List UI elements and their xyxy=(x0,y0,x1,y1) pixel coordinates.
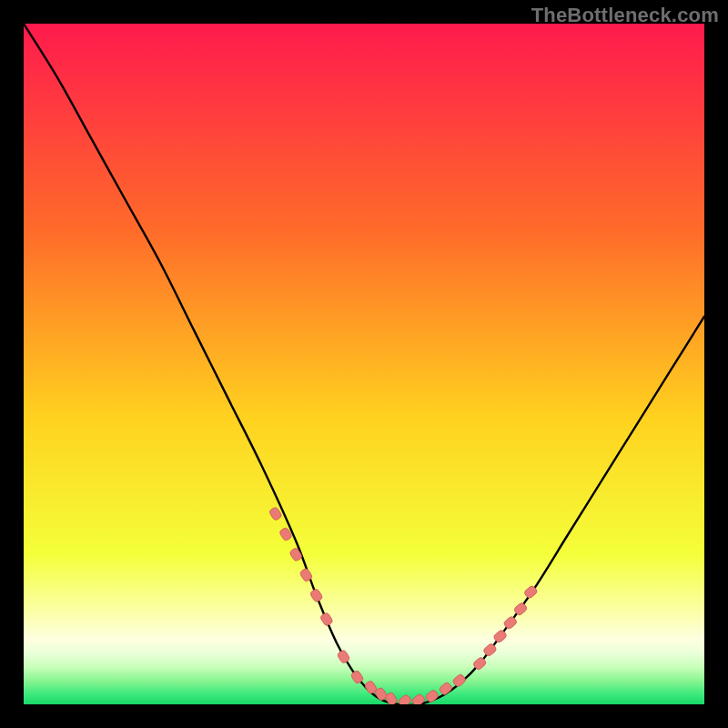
watermark-text: TheBottleneck.com xyxy=(531,4,719,27)
gradient-background xyxy=(24,24,704,704)
bottleneck-chart xyxy=(24,24,704,704)
chart-frame xyxy=(24,24,704,704)
